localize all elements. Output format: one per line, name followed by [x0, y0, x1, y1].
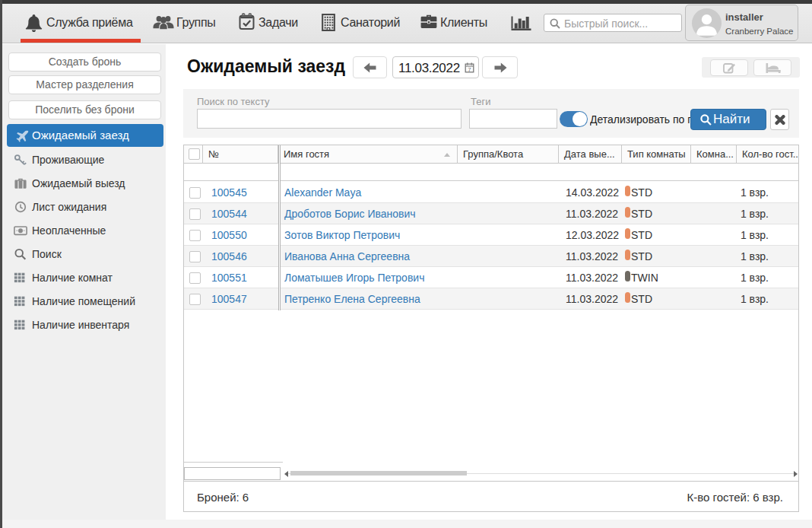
- svg-text:7: 7: [468, 66, 471, 73]
